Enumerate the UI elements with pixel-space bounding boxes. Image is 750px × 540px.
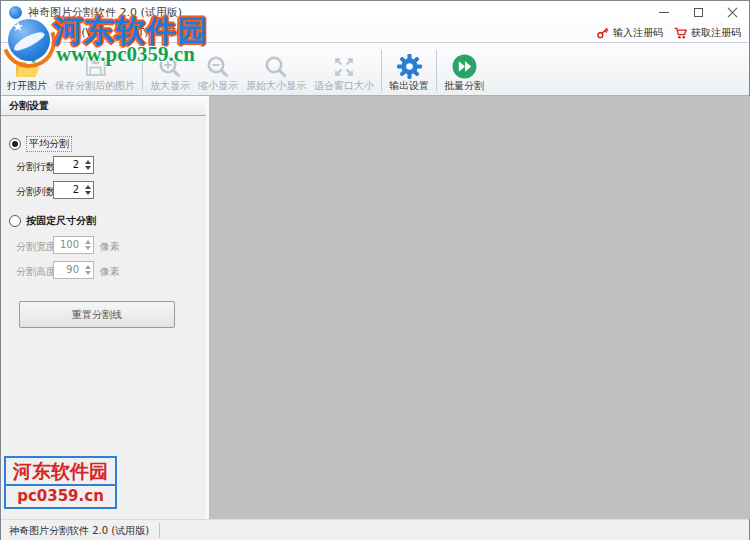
batch-split-label: 批量分割 [444, 80, 484, 92]
spinner-up-icon [85, 240, 91, 244]
reset-split-lines-button[interactable]: 重置分割线 [19, 301, 175, 328]
average-split-label: 平均分割 [26, 136, 72, 152]
radio-unselected-icon [9, 215, 21, 227]
menu-view[interactable]: 视图(V) [53, 23, 106, 43]
app-window: 神奇图片分割软件 2.0 (试用版) 文件(F) 视图(V) 工具(T) 帮助(… [0, 0, 750, 540]
split-width-value: 100 [54, 237, 82, 253]
toolbar-separator [436, 50, 437, 91]
split-rows-value: 2 [54, 157, 82, 173]
minimize-icon [659, 12, 669, 13]
menu-file[interactable]: 文件(F) [1, 23, 53, 43]
spinner-arrows[interactable] [82, 262, 93, 278]
maximize-button[interactable] [681, 1, 715, 23]
cart-icon [673, 26, 688, 40]
close-icon [727, 7, 738, 18]
menu-help[interactable]: 帮助(H) [157, 23, 210, 43]
original-size-button[interactable]: 原始大小显示 [242, 46, 310, 95]
zoom-out-magnifier-icon [205, 53, 231, 80]
split-cols-value: 2 [54, 182, 82, 198]
toolbar-separator [142, 50, 143, 91]
split-height-value: 90 [54, 262, 82, 278]
height-pixels-unit: 像素 [100, 265, 120, 279]
maximize-icon [694, 8, 703, 17]
minimize-button[interactable] [647, 1, 681, 23]
spinner-down-icon [85, 166, 91, 170]
output-settings-button[interactable]: 输出设置 [385, 46, 433, 95]
save-floppy-icon [83, 53, 108, 80]
batch-split-icon [451, 53, 478, 80]
menu-bar: 文件(F) 视图(V) 工具(T) 帮助(H) 输入注册码 获取注册码 [1, 23, 749, 43]
original-size-magnifier-icon [263, 53, 289, 80]
menu-tools[interactable]: 工具(T) [105, 23, 157, 43]
spinner-up-icon [85, 185, 91, 189]
enter-register-code-label: 输入注册码 [613, 26, 663, 40]
spinner-down-icon [85, 271, 91, 275]
spinner-arrows[interactable] [82, 182, 93, 198]
batch-split-button[interactable]: 批量分割 [440, 46, 488, 95]
status-bar: 神奇图片分割软件 2.0 (试用版) [1, 519, 749, 540]
average-split-radio[interactable]: 平均分割 [9, 136, 72, 152]
get-register-code-label: 获取注册码 [691, 26, 741, 40]
split-width-spinner[interactable]: 100 [53, 236, 94, 254]
image-canvas[interactable] [209, 96, 750, 519]
zoom-out-label: 缩小显示 [198, 80, 238, 92]
key-icon [596, 26, 610, 40]
fixed-size-split-radio[interactable]: 按固定尺寸分割 [9, 214, 96, 228]
toolbar: 打开图片 保存分割后的图片 放大显示 [1, 44, 749, 96]
toolbar-separator [381, 50, 382, 91]
spinner-up-icon [85, 265, 91, 269]
open-image-label: 打开图片 [7, 80, 47, 92]
fit-window-arrows-icon [331, 53, 357, 80]
open-image-folder-icon [14, 53, 41, 80]
spinner-up-icon [85, 160, 91, 164]
split-height-spinner[interactable]: 90 [53, 261, 94, 279]
close-button[interactable] [715, 1, 749, 23]
panel-header: 分割设置 [1, 96, 206, 116]
window-title: 神奇图片分割软件 2.0 (试用版) [28, 5, 182, 20]
original-size-label: 原始大小显示 [246, 80, 306, 92]
save-split-images-label: 保存分割后的图片 [55, 80, 135, 92]
spinner-down-icon [85, 246, 91, 250]
width-pixels-unit: 像素 [100, 240, 120, 254]
split-rows-spinner[interactable]: 2 [53, 156, 94, 174]
split-settings-panel: 分割设置 平均分割 分割行数: 2 分割列数: 2 按固定尺寸分割 分割宽度: … [1, 96, 206, 519]
zoom-out-button[interactable]: 缩小显示 [194, 46, 242, 95]
fixed-size-split-label: 按固定尺寸分割 [26, 214, 96, 228]
save-split-images-button[interactable]: 保存分割后的图片 [51, 46, 139, 95]
spinner-arrows[interactable] [82, 157, 93, 173]
window-controls [647, 1, 749, 23]
spinner-arrows[interactable] [82, 237, 93, 253]
spinner-down-icon [85, 191, 91, 195]
fit-window-button[interactable]: 适合窗口大小 [310, 46, 378, 95]
split-cols-spinner[interactable]: 2 [53, 181, 94, 199]
zoom-in-button[interactable]: 放大显示 [146, 46, 194, 95]
status-text: 神奇图片分割软件 2.0 (试用版) [1, 524, 149, 538]
title-bar: 神奇图片分割软件 2.0 (试用版) [1, 1, 749, 23]
zoom-in-magnifier-icon [157, 53, 183, 80]
get-register-code-link[interactable]: 获取注册码 [673, 26, 741, 40]
zoom-in-label: 放大显示 [150, 80, 190, 92]
fit-window-label: 适合窗口大小 [314, 80, 374, 92]
enter-register-code-link[interactable]: 输入注册码 [596, 26, 663, 40]
radio-selected-icon [9, 138, 21, 150]
output-settings-label: 输出设置 [389, 80, 429, 92]
status-separator [159, 523, 160, 538]
output-settings-gear-icon [396, 53, 423, 80]
app-icon [9, 6, 22, 19]
open-image-button[interactable]: 打开图片 [3, 46, 51, 95]
